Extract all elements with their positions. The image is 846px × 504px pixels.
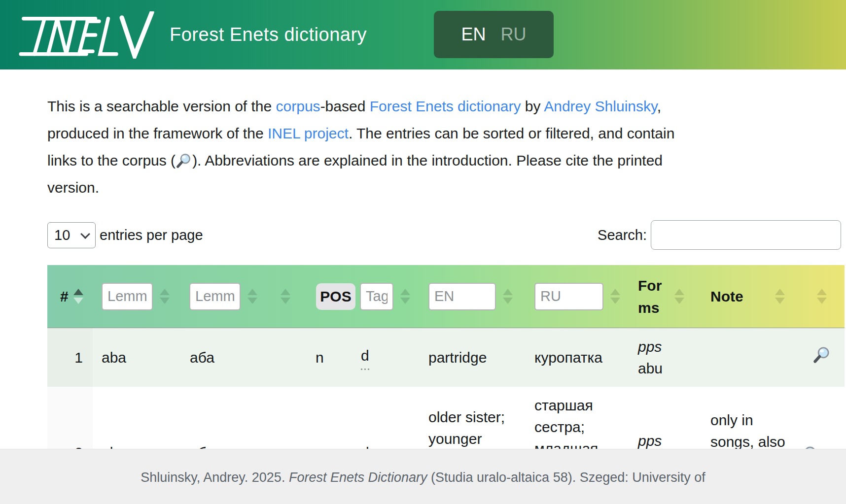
topbar: Forest Enets dictionary EN RU (0, 0, 846, 69)
citation-after: (Studia uralo-altaica 58). Szeged: Unive… (427, 470, 705, 485)
sort-desc-icon (160, 298, 170, 304)
intro-text: , (657, 98, 661, 114)
column-header-lemma-latin (93, 265, 173, 328)
sort-desc-icon (400, 298, 410, 304)
sort-asc-icon (775, 289, 785, 295)
sort-arrows-forms[interactable] (674, 289, 684, 304)
pos-filter-button[interactable]: POS (316, 283, 355, 310)
cell-forms: pps abu (629, 328, 698, 387)
sort-desc-icon (73, 298, 83, 304)
forms-main: pps (638, 336, 662, 358)
sort-desc-icon (610, 298, 620, 304)
author-link[interactable]: Andrey Shluinsky (544, 98, 657, 114)
lang-ru-button[interactable]: RU (501, 24, 527, 45)
intro-line-3: links to the corpus (). Abbreviations ar… (47, 147, 841, 174)
sort-asc-icon (160, 289, 170, 295)
intro-line-4: version. (47, 174, 841, 201)
cell-lemma-latin: aba (93, 328, 173, 387)
dictionary-link[interactable]: Forest Enets dictionary (370, 98, 521, 114)
sort-arrows-corpus[interactable] (817, 289, 827, 304)
intro-text: ). Abbreviations are explained in the in… (192, 152, 663, 168)
magnifier-icon (176, 152, 192, 169)
corpus-search-button[interactable] (812, 345, 831, 370)
page: { "topbar": { "logo": "INEL", "title": "… (0, 0, 846, 504)
sort-asc-icon (73, 289, 83, 295)
page-length-select[interactable]: 10 (47, 222, 96, 248)
sort-arrows-ru[interactable] (610, 289, 620, 304)
tags-filter-input[interactable] (360, 283, 393, 310)
intro-text: produced in the framework of the (47, 125, 268, 141)
sort-arrows-lemma-cyrillic[interactable] (247, 289, 257, 304)
intro-text: . The entries can be sorted or filtered,… (349, 125, 675, 141)
sort-asc-icon (674, 289, 684, 295)
sort-arrows-lemma-latin[interactable] (160, 289, 170, 304)
search-label: Search: (598, 227, 647, 243)
page-title: Forest Enets dictionary (170, 24, 367, 45)
sort-asc-icon (503, 289, 513, 295)
sort-asc-icon (247, 289, 257, 295)
sort-arrows-number[interactable] (73, 289, 83, 304)
column-header-number[interactable]: # (47, 265, 93, 328)
sort-asc-icon (817, 289, 827, 295)
en-line: older sister; (428, 406, 521, 428)
ru-line: старшая (534, 395, 629, 416)
en-filter-input[interactable] (428, 283, 496, 310)
main-content: This is a searchable version of the corp… (47, 93, 841, 504)
column-header-note[interactable]: Note (698, 265, 799, 328)
cell-lemma-cyrillic: аба (173, 328, 262, 387)
cell-pos: n (309, 328, 358, 387)
page-length-select-wrap: 10 (47, 222, 96, 248)
sort-arrows-tags[interactable] (400, 289, 410, 304)
number-header-label: # (60, 288, 69, 305)
lemma-cyrillic-filter-input[interactable] (189, 283, 241, 310)
lang-en-button[interactable]: EN (461, 24, 486, 45)
ru-line: сестра; (534, 416, 629, 438)
column-header-forms[interactable]: Forms (629, 265, 698, 328)
table-header-row: # POS (47, 265, 845, 328)
cell-corpus-link (799, 328, 845, 387)
sort-desc-icon (674, 298, 684, 304)
table-row: 1 aba аба n d partridge куропатка pps ab… (47, 328, 845, 387)
cell-extra (262, 328, 309, 387)
citation-before: Shluinsky, Andrey. 2025. (141, 470, 289, 485)
entries-per-page-label: entries per page (100, 227, 203, 243)
sort-arrows-en[interactable] (503, 289, 513, 304)
language-toggle: EN RU (434, 11, 554, 58)
column-header-en (422, 265, 521, 328)
footer: Shluinsky, Andrey. 2025. Forest Enets Di… (0, 449, 846, 504)
column-header-lemma-cyrillic (173, 265, 262, 328)
ru-filter-input[interactable] (534, 283, 603, 310)
inel-project-link[interactable]: INEL project (268, 125, 349, 141)
column-header-tags (358, 265, 422, 328)
intro-text: by (521, 98, 544, 114)
sort-desc-icon (281, 298, 290, 304)
corpus-link[interactable]: corpus (276, 98, 320, 114)
inel-logo[interactable] (19, 11, 156, 59)
table-controls: 10 entries per page Search: (47, 220, 841, 250)
tag-abbreviation[interactable]: d (361, 345, 369, 370)
intro-text: links to the corpus ( (47, 152, 176, 168)
sort-asc-icon (400, 289, 410, 295)
forms-header-label: Forms (638, 274, 668, 319)
intro-line-2: produced in the framework of the INEL pr… (47, 120, 841, 147)
intro-text: This is a searchable version of the (47, 98, 276, 114)
magnifier-icon (812, 345, 831, 364)
column-header-corpus (799, 265, 845, 328)
search-input[interactable] (651, 220, 841, 250)
sort-desc-icon (247, 298, 257, 304)
sort-arrows-note[interactable] (775, 289, 785, 304)
en-line: younger (428, 428, 521, 450)
citation-title: Forest Enets Dictionary (289, 470, 427, 485)
cell-tags: d (358, 328, 422, 387)
sort-desc-icon (775, 298, 785, 304)
column-header-ru (521, 265, 629, 328)
citation-text: Shluinsky, Andrey. 2025. Forest Enets Di… (141, 470, 705, 485)
sort-asc-icon (281, 289, 290, 295)
column-header-extra (262, 265, 309, 328)
sort-arrows-extra[interactable] (281, 289, 290, 304)
note-line: only in (710, 409, 799, 431)
lemma-latin-filter-input[interactable] (102, 283, 153, 310)
note-header-label: Note (710, 288, 743, 305)
sort-desc-icon (817, 298, 827, 304)
cell-note (698, 328, 799, 387)
